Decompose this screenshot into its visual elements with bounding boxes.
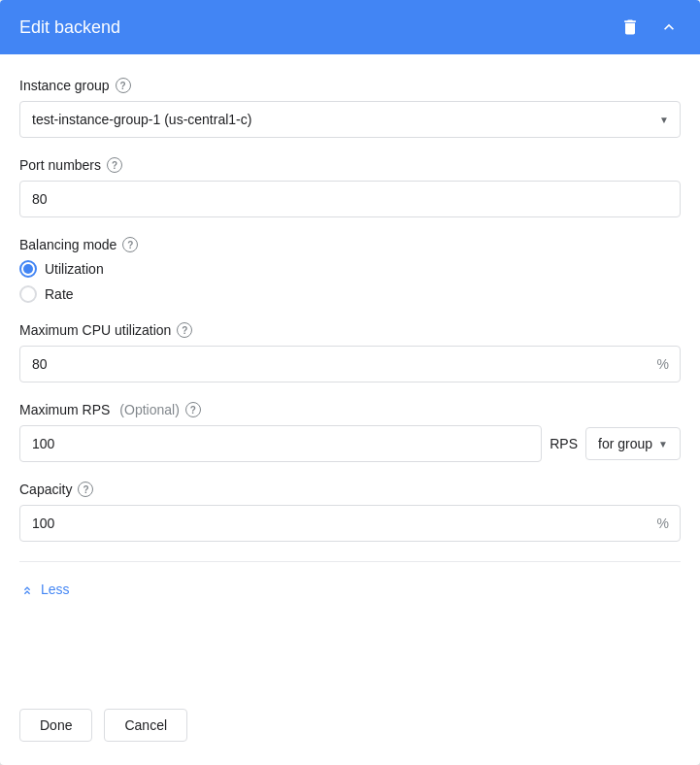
max-rps-field: Maximum RPS (Optional) ? RPS for group	[19, 402, 681, 462]
balancing-rate-radio[interactable]	[19, 285, 37, 303]
instance-group-label: Instance group ?	[19, 78, 681, 93]
panel-footer: Done Cancel	[0, 709, 700, 765]
max-cpu-field: Maximum CPU utilization ? %	[19, 322, 681, 382]
balancing-mode-radio-group: Utilization Rate	[19, 260, 681, 303]
max-cpu-input-wrapper: %	[19, 346, 681, 382]
max-rps-row: RPS for group	[19, 425, 681, 462]
balancing-utilization-label: Utilization	[45, 261, 104, 277]
instance-group-select[interactable]: test-instance-group-1 (us-central1-c)	[19, 101, 681, 138]
instance-group-help-icon[interactable]: ?	[116, 78, 131, 93]
capacity-input-wrapper: %	[19, 505, 681, 542]
edit-backend-panel: Edit backend Instance group ?	[0, 0, 700, 765]
max-cpu-label: Maximum CPU utilization ?	[19, 322, 681, 338]
capacity-field: Capacity ? %	[19, 482, 681, 542]
trash-icon	[620, 17, 640, 37]
divider	[19, 561, 681, 562]
max-cpu-suffix: %	[657, 356, 669, 372]
less-link[interactable]: Less	[19, 582, 681, 597]
port-numbers-label: Port numbers ?	[19, 157, 681, 173]
balancing-mode-label: Balancing mode ?	[19, 237, 681, 252]
port-numbers-field: Port numbers ?	[19, 157, 681, 217]
port-numbers-help-icon[interactable]: ?	[107, 157, 122, 173]
panel-header: Edit backend	[0, 0, 700, 54]
instance-group-field: Instance group ? test-instance-group-1 (…	[19, 78, 681, 138]
rps-label: RPS	[550, 436, 578, 451]
capacity-suffix: %	[657, 516, 669, 531]
balancing-mode-field: Balancing mode ? Utilization Rate	[19, 237, 681, 303]
max-rps-help-icon[interactable]: ?	[185, 402, 201, 417]
capacity-label: Capacity ?	[19, 482, 681, 497]
max-rps-input[interactable]	[19, 425, 542, 462]
port-numbers-input[interactable]	[19, 181, 681, 217]
balancing-rate-option[interactable]: Rate	[19, 285, 681, 303]
done-button[interactable]: Done	[19, 709, 92, 742]
collapse-button[interactable]	[657, 16, 681, 39]
balancing-rate-label: Rate	[45, 286, 74, 302]
header-actions	[618, 16, 681, 39]
balancing-utilization-option[interactable]: Utilization	[19, 260, 681, 278]
instance-group-select-wrapper: test-instance-group-1 (us-central1-c)	[19, 101, 681, 138]
delete-button[interactable]	[618, 16, 642, 39]
panel-title: Edit backend	[19, 17, 120, 38]
less-label: Less	[41, 582, 70, 597]
panel-body: Instance group ? test-instance-group-1 (…	[0, 54, 700, 709]
balancing-mode-help-icon[interactable]: ?	[122, 237, 138, 252]
max-rps-label: Maximum RPS (Optional) ?	[19, 402, 681, 417]
for-group-dropdown[interactable]: for group	[585, 427, 681, 460]
chevron-up-icon	[659, 17, 679, 37]
balancing-utilization-radio[interactable]	[19, 260, 37, 278]
max-cpu-input[interactable]	[19, 346, 681, 382]
chevron-up-double-icon	[19, 582, 35, 597]
capacity-help-icon[interactable]: ?	[78, 482, 93, 497]
capacity-input[interactable]	[19, 505, 681, 542]
cancel-button[interactable]: Cancel	[104, 709, 187, 742]
max-cpu-help-icon[interactable]: ?	[177, 322, 192, 338]
